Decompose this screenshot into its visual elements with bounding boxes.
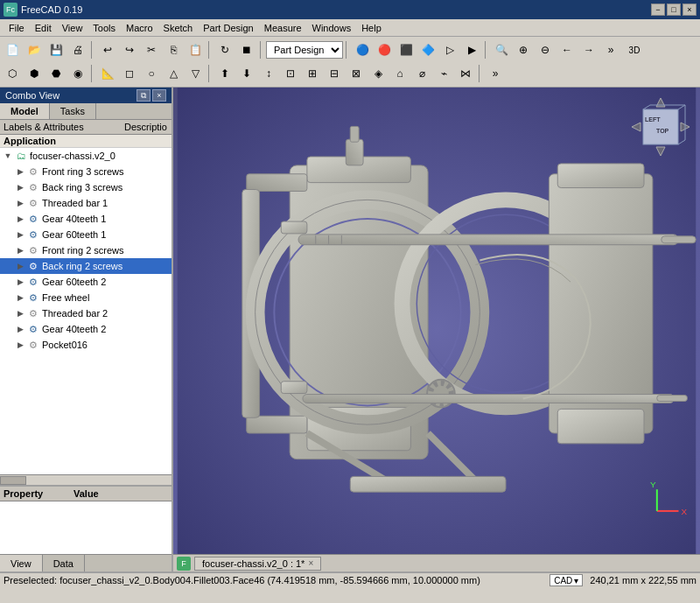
- tb2-op7[interactable]: ⊠: [346, 63, 367, 84]
- tb2-sketch2[interactable]: ◻: [119, 63, 140, 84]
- workbench-dropdown[interactable]: Part Design: [266, 41, 343, 59]
- tb-view4[interactable]: 🔷: [417, 39, 438, 60]
- viewport[interactable]: X Y LEFT TOP: [173, 88, 700, 571]
- status-cad-indicator[interactable]: CAD ▾: [550, 574, 583, 586]
- expand-8[interactable]: ▶: [14, 293, 26, 302]
- tb-redo[interactable]: ↪: [119, 39, 140, 60]
- tb-view6[interactable]: ▶: [461, 39, 482, 60]
- tab-tasks[interactable]: Tasks: [50, 103, 96, 119]
- menu-view[interactable]: View: [57, 21, 88, 35]
- panel-close-btn[interactable]: ×: [152, 89, 166, 102]
- tb-undo[interactable]: ↩: [97, 39, 118, 60]
- bottom-tab-view[interactable]: View: [0, 555, 43, 571]
- expand-5[interactable]: ▶: [14, 246, 26, 255]
- tree-item-8[interactable]: ▶ ⚙ Free wheel: [0, 290, 172, 305]
- expand-4[interactable]: ▶: [14, 230, 26, 239]
- tree-item-root[interactable]: ▼ 🗂 focuser-chassi.v2_0: [0, 148, 172, 164]
- menu-file[interactable]: File: [4, 21, 30, 35]
- tree-scroll-thumb[interactable]: [0, 476, 26, 485]
- tb-zoom-out[interactable]: ⊖: [535, 39, 556, 60]
- tb-cut[interactable]: ✂: [141, 39, 162, 60]
- tb-view2[interactable]: 🔴: [374, 39, 395, 60]
- expand-6[interactable]: ▶: [14, 262, 26, 270]
- tb2-op2[interactable]: ⬇: [236, 63, 257, 84]
- tb2-part3[interactable]: ⬣: [46, 63, 66, 84]
- expand-1[interactable]: ▶: [14, 183, 26, 192]
- tree-item-4[interactable]: ▶ ⚙ Gear 60teeth 1: [0, 227, 172, 242]
- tb-copy[interactable]: ⎘: [163, 39, 184, 60]
- expand-0[interactable]: ▶: [14, 167, 26, 176]
- tb2-op6[interactable]: ⊟: [324, 63, 345, 84]
- tb2-sketch5[interactable]: ▽: [185, 63, 206, 84]
- tree-item-11[interactable]: ▶ ⚙ Pocket016: [0, 337, 172, 353]
- tree-item-3[interactable]: ▶ ⚙ Gear 40teeth 1: [0, 211, 172, 227]
- expand-3[interactable]: ▶: [14, 214, 26, 223]
- tb-nav2[interactable]: →: [578, 39, 599, 60]
- tb-zoom-fit[interactable]: 🔍: [491, 39, 512, 60]
- expand-7[interactable]: ▶: [14, 277, 26, 286]
- tb-print[interactable]: 🖨: [67, 39, 88, 60]
- viewport-tab-active[interactable]: focuser-chassi.v2_0 : 1* ×: [194, 557, 321, 571]
- tb2-part2[interactable]: ⬢: [24, 63, 45, 84]
- tb2-op1[interactable]: ⬆: [214, 63, 235, 84]
- tab-model[interactable]: Model: [0, 103, 50, 119]
- tb2-sketch1[interactable]: 📐: [97, 63, 118, 84]
- nav-cube[interactable]: LEFT TOP: [630, 96, 691, 158]
- tree-item-9[interactable]: ▶ ⚙ Threaded bar 2: [0, 305, 172, 321]
- tb2-op4[interactable]: ⊡: [280, 63, 301, 84]
- tree-item-2[interactable]: ▶ ⚙ Threaded bar 1: [0, 195, 172, 211]
- tree-item-6[interactable]: ▶ ⚙ Back ring 2 screws: [0, 258, 172, 274]
- tree-item-0[interactable]: ▶ ⚙ Front ring 3 screws: [0, 164, 172, 179]
- tb2-sketch3[interactable]: ○: [141, 63, 162, 84]
- tb-save[interactable]: 💾: [46, 39, 66, 60]
- expand-2[interactable]: ▶: [14, 199, 26, 207]
- menu-partdesign[interactable]: Part Design: [198, 21, 258, 35]
- tb-more1[interactable]: »: [600, 39, 621, 60]
- tb2-part1[interactable]: ⬡: [2, 63, 23, 84]
- tb-view3[interactable]: ⬛: [396, 39, 416, 60]
- expand-10[interactable]: ▶: [14, 325, 26, 333]
- minimize-button[interactable]: −: [651, 4, 665, 16]
- menu-macro[interactable]: Macro: [121, 21, 158, 35]
- expand-9[interactable]: ▶: [14, 309, 26, 318]
- tree-scrollbar-h[interactable]: [0, 474, 172, 485]
- menu-sketch[interactable]: Sketch: [158, 21, 199, 35]
- tree-item-10[interactable]: ▶ ⚙ Gear 40teeth 2: [0, 321, 172, 337]
- tb-paste[interactable]: 📋: [185, 39, 206, 60]
- viewport-tab-close[interactable]: ×: [308, 558, 313, 568]
- tb-refresh[interactable]: ↻: [214, 39, 235, 60]
- tb2-more[interactable]: »: [485, 63, 506, 84]
- tree-item-1[interactable]: ▶ ⚙ Back ring 3 screws: [0, 179, 172, 195]
- tb-nav1[interactable]: ←: [556, 39, 578, 60]
- tb2-op5[interactable]: ⊞: [302, 63, 323, 84]
- tb-view5[interactable]: ▷: [439, 39, 460, 60]
- tb2-op8[interactable]: ◈: [368, 63, 388, 84]
- close-button[interactable]: ×: [682, 4, 696, 16]
- tb-3d-icon[interactable]: 3D: [622, 39, 647, 60]
- tb2-op3[interactable]: ↕: [258, 63, 279, 84]
- menu-measure[interactable]: Measure: [259, 21, 307, 35]
- tb2-op10[interactable]: ⌀: [411, 63, 432, 84]
- tb2-op11[interactable]: ⌁: [433, 63, 454, 84]
- tree-item-7[interactable]: ▶ ⚙ Gear 60teeth 2: [0, 274, 172, 290]
- expand-root[interactable]: ▼: [2, 151, 14, 160]
- menu-tools[interactable]: Tools: [88, 21, 121, 35]
- menu-help[interactable]: Help: [356, 21, 387, 35]
- maximize-button[interactable]: □: [667, 4, 681, 16]
- expand-11[interactable]: ▶: [14, 340, 26, 349]
- menu-edit[interactable]: Edit: [30, 21, 57, 35]
- tb2-op12[interactable]: ⋈: [455, 63, 476, 84]
- tb2-part4[interactable]: ◉: [67, 63, 88, 84]
- tb-open[interactable]: 📂: [24, 39, 45, 60]
- tb-new[interactable]: 📄: [2, 39, 23, 60]
- tb-stop[interactable]: ⏹: [236, 39, 257, 60]
- bottom-tab-data[interactable]: Data: [43, 555, 85, 571]
- tb2-sketch4[interactable]: △: [163, 63, 184, 84]
- status-cad-arrow[interactable]: ▾: [574, 576, 578, 585]
- tree-item-5[interactable]: ▶ ⚙ Front ring 2 screws: [0, 242, 172, 258]
- menu-windows[interactable]: Windows: [307, 21, 357, 35]
- tb-zoom-in[interactable]: ⊕: [513, 39, 534, 60]
- panel-float-btn[interactable]: ⧉: [136, 89, 150, 102]
- tb-view1[interactable]: 🔵: [352, 39, 373, 60]
- tb2-op9[interactable]: ⌂: [389, 63, 410, 84]
